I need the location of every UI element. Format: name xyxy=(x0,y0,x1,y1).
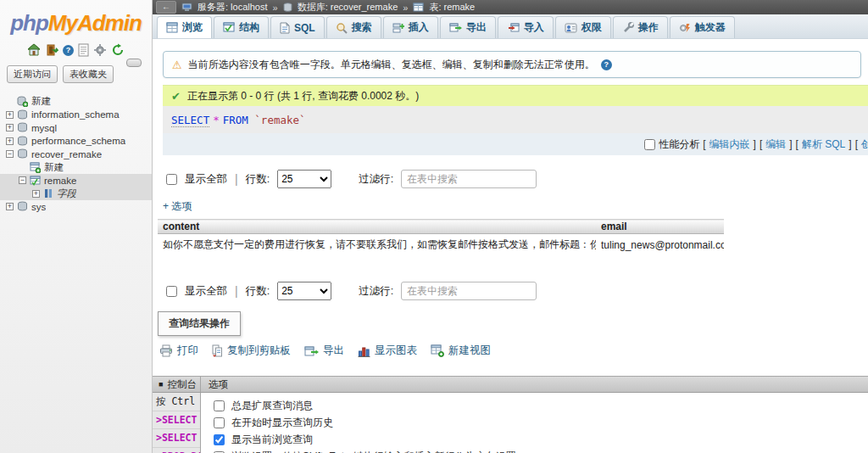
display-chart-link[interactable]: 显示图表 xyxy=(358,344,417,358)
database-icon xyxy=(17,136,28,147)
table-icon xyxy=(413,3,424,12)
tab-triggers[interactable]: 触发器 xyxy=(670,16,735,38)
copy-to-clipboard-link[interactable]: 复制到剪贴板 xyxy=(212,344,291,358)
tree-item-mysql[interactable]: + mysql xyxy=(0,121,152,135)
success-text: 正在显示第 0 - 0 行 (共 1 行, 查询花费 0.0002 秒。) xyxy=(187,89,419,103)
console-option-show-current-query[interactable]: 显示当前浏览查询 xyxy=(201,431,868,448)
show-all-checkbox[interactable] xyxy=(166,286,177,297)
tree-item-new-table[interactable]: 新建 xyxy=(0,161,152,175)
console-header: ■ 控制台 选项 xyxy=(153,377,868,393)
console-option-show-history[interactable]: 在开始时显示查询历史 xyxy=(201,414,868,431)
expand-icon[interactable]: + xyxy=(6,137,14,145)
profiling-checkbox[interactable] xyxy=(644,139,655,150)
print-link[interactable]: 打印 xyxy=(159,344,198,358)
back-arrow-button[interactable]: ← xyxy=(156,1,176,14)
success-check-icon: ✔ xyxy=(171,90,181,103)
phpmyadmin-logo[interactable]: phpMyAdmin xyxy=(0,10,152,36)
print-icon xyxy=(159,344,173,357)
edit-link[interactable]: 编辑 xyxy=(765,137,786,152)
show-all-label: 显示全部 xyxy=(185,172,227,187)
export-link[interactable]: 导出 xyxy=(304,344,344,358)
import-icon xyxy=(507,22,520,33)
tab-label: 操作 xyxy=(638,20,659,35)
tree-item-columns[interactable]: + 字段 xyxy=(0,187,152,201)
rows-count-select[interactable]: 25 xyxy=(277,282,331,300)
create-php-code-link[interactable]: 创建 PH xyxy=(861,137,868,152)
cell-email: tuling_news@protonmail.com xyxy=(596,234,724,256)
filter-rows-input[interactable] xyxy=(401,282,537,300)
console-history-line: 按 Ctrl xyxy=(153,393,200,411)
explain-sql-link[interactable]: 解析 SQL xyxy=(802,137,845,152)
console-option-shift-enter-setting[interactable]: 浏览设置，使按Shift+Enter键执行输入和插入新行作为永久设置 xyxy=(201,448,868,453)
show-all-checkbox[interactable] xyxy=(166,174,177,185)
database-icon xyxy=(17,148,28,159)
console-history-query[interactable]: >SELECT xyxy=(153,429,200,448)
database-icon xyxy=(17,201,28,212)
options-toggle-link[interactable]: + 选项 xyxy=(163,199,868,214)
op-link-label: 导出 xyxy=(323,344,344,358)
create-view-icon xyxy=(431,344,444,357)
console-title-tab[interactable]: ■ 控制台 xyxy=(153,377,201,392)
checkbox[interactable] xyxy=(214,400,225,411)
tree-item-sys[interactable]: + sys xyxy=(0,200,152,214)
tree-item-performance-schema[interactable]: + performance_schema xyxy=(0,135,152,148)
edit-inline-link[interactable]: 编辑内嵌 xyxy=(709,137,750,152)
breadcrumb-database[interactable]: 数据库: recover_remake xyxy=(298,1,398,14)
divider: | xyxy=(235,172,238,186)
tab-import[interactable]: 导入 xyxy=(498,16,554,38)
console-option-expand-messages[interactable]: 总是扩展查询消息 xyxy=(201,397,868,414)
breadcrumb-separator: » xyxy=(403,3,408,13)
tree-item-recover-remake[interactable]: − recover_remake xyxy=(0,148,152,161)
column-header-email[interactable]: email xyxy=(596,220,724,234)
expand-icon[interactable]: + xyxy=(6,111,14,119)
expand-icon[interactable]: + xyxy=(32,190,40,198)
tree-item-label: information_schema xyxy=(31,109,120,120)
collapse-icon[interactable]: − xyxy=(19,176,26,184)
console-history-query[interactable]: >SELECT xyxy=(153,411,200,430)
filter-rows-input[interactable] xyxy=(401,170,537,188)
refresh-icon[interactable] xyxy=(111,43,125,57)
tab-export[interactable]: 导出 xyxy=(440,16,496,38)
collapse-navigation-button[interactable] xyxy=(126,59,142,67)
profiling-label: 性能分析 xyxy=(659,137,699,152)
database-icon xyxy=(283,3,292,13)
op-link-label: 复制到剪贴板 xyxy=(227,344,291,358)
recent-tables-button[interactable]: 近期访问 xyxy=(7,65,58,83)
browse-controls-top: 显示全部 | 行数: 25 过滤行: xyxy=(166,169,868,189)
collapse-icon[interactable]: − xyxy=(6,150,14,158)
tab-privileges[interactable]: 权限 xyxy=(555,16,611,38)
tab-insert[interactable]: 插入 xyxy=(383,16,438,38)
help-icon[interactable]: ? xyxy=(601,59,612,70)
settings-gear-icon[interactable] xyxy=(93,43,107,57)
expand-icon[interactable]: + xyxy=(6,124,14,131)
breadcrumb-table[interactable]: 表: remake xyxy=(429,1,475,14)
tab-label: 搜索 xyxy=(352,20,372,35)
warning-icon: ⚠ xyxy=(172,59,182,71)
tree-item-new-database[interactable]: 新建 xyxy=(0,95,152,109)
table-favorites-button[interactable]: 表收藏夹 xyxy=(63,65,114,83)
create-view-link[interactable]: 新建视图 xyxy=(431,344,491,358)
home-icon[interactable] xyxy=(27,43,41,57)
query-results-operations: 打印 复制到剪贴板 导出 显示图表 新建视图 xyxy=(159,344,868,358)
tab-structure[interactable]: 结构 xyxy=(214,16,269,38)
tab-operations[interactable]: 操作 xyxy=(613,16,668,38)
help-icon[interactable]: ? xyxy=(63,45,74,56)
result-table-header-row: content email xyxy=(158,220,724,234)
documentation-icon[interactable] xyxy=(78,43,89,57)
tab-sql[interactable]: SQL xyxy=(270,16,325,38)
expand-icon[interactable]: + xyxy=(6,203,14,210)
checkbox[interactable] xyxy=(214,434,225,445)
tab-search[interactable]: 搜索 xyxy=(326,16,381,38)
console-options-tab[interactable]: 选项 xyxy=(201,377,228,392)
tree-item-remake[interactable]: − remake xyxy=(0,174,152,187)
sql-keyword-select[interactable]: SELECT xyxy=(171,114,209,127)
tab-browse[interactable]: 浏览 xyxy=(157,16,212,38)
tree-item-information-schema[interactable]: + information_schema xyxy=(0,109,152,122)
rows-count-select[interactable]: 25 xyxy=(277,170,331,188)
breadcrumb-server[interactable]: 服务器: localhost xyxy=(198,1,268,14)
console-history-query[interactable]: >DROP DA xyxy=(153,448,200,453)
exit-icon[interactable] xyxy=(45,43,58,57)
checkbox[interactable] xyxy=(214,417,225,428)
columns-icon xyxy=(43,188,53,199)
column-header-content[interactable]: content xyxy=(158,220,596,234)
